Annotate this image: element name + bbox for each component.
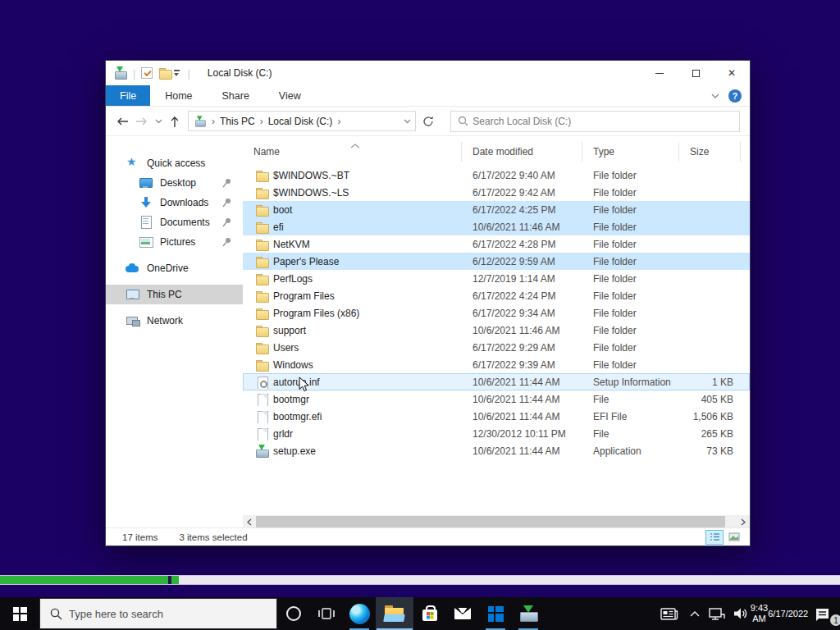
file-name: Windows [273, 359, 313, 371]
file-row[interactable]: PerfLogs 12/7/2019 1:14 AM File folder [243, 270, 750, 287]
forward-button[interactable] [132, 112, 152, 131]
edge-taskbar-button[interactable] [343, 597, 376, 630]
minimize-button[interactable] [641, 61, 678, 85]
show-hidden-icons-button[interactable] [684, 597, 705, 630]
clock[interactable]: 9:43 AM 6/17/2022 [753, 597, 806, 630]
file-row[interactable]: Program Files 6/17/2022 4:24 PM File fol… [243, 287, 750, 304]
breadcrumb-current[interactable]: Local Disk (C:) [268, 116, 333, 127]
refresh-button[interactable] [418, 111, 439, 131]
file-type: File [582, 394, 679, 405]
windows-app-taskbar-button[interactable] [479, 597, 512, 630]
action-center-button[interactable]: 1 [806, 597, 840, 630]
close-button[interactable]: ✕ [714, 61, 750, 85]
file-row[interactable]: grldr 12/30/2012 10:11 PM File 265 KB [243, 425, 750, 442]
nav-item[interactable]: Network [106, 311, 243, 331]
breadcrumb-separator-icon: › [336, 116, 341, 127]
recent-locations-icon[interactable] [152, 112, 165, 131]
news-and-interests-button[interactable] [655, 597, 684, 630]
file-date-modified: 12/7/2019 1:14 AM [462, 273, 582, 285]
customize-quick-access-toolbar-icon[interactable] [173, 69, 181, 77]
file-date-modified: 10/6/2021 11:44 AM [462, 377, 582, 388]
file-row[interactable]: $WINDOWS.~LS 6/17/2022 9:42 AM File fold… [243, 184, 750, 201]
file-row[interactable]: support 10/6/2021 11:46 AM File folder [243, 322, 750, 339]
address-dropdown-icon[interactable] [399, 119, 415, 124]
column-header-date-modified[interactable]: Date modified [462, 142, 582, 162]
file-name: $WINDOWS.~BT [273, 170, 349, 181]
back-button[interactable] [112, 112, 132, 131]
tab-view[interactable]: View [264, 85, 316, 106]
microsoft-store-taskbar-button[interactable] [413, 597, 446, 630]
expand-ribbon-icon[interactable] [710, 93, 720, 99]
properties-icon[interactable] [141, 67, 153, 79]
volume-icon [733, 607, 749, 620]
file-row[interactable]: bootmgr.efi 10/6/2021 11:44 AM EFI File … [243, 408, 750, 425]
up-button[interactable] [165, 112, 185, 131]
nav-item[interactable]: Desktop [106, 173, 243, 193]
nav-item[interactable]: OneDrive [106, 258, 243, 278]
help-icon[interactable]: ? [728, 89, 742, 103]
column-header-type[interactable]: Type [582, 142, 679, 162]
taskbar-search-input[interactable] [69, 608, 258, 620]
file-row[interactable]: setup.exe 10/6/2021 11:44 AM Application… [243, 442, 750, 459]
horizontal-scrollbar[interactable] [243, 515, 750, 528]
column-headers: Name Date modified Type Size [243, 142, 750, 162]
file-row[interactable]: $WINDOWS.~BT 6/17/2022 9:40 AM File fold… [243, 167, 750, 184]
close-icon: ✕ [728, 67, 736, 79]
windows-logo-icon [13, 607, 27, 621]
file-type: File folder [582, 308, 679, 319]
scrollbar-track[interactable] [256, 515, 737, 528]
nav-item-label: Documents [160, 217, 210, 228]
scroll-right-icon[interactable] [737, 515, 750, 528]
file-explorer-taskbar-button[interactable] [376, 597, 413, 630]
file-row[interactable]: Windows 6/17/2022 9:39 AM File folder [243, 356, 750, 373]
file-row[interactable]: bootmgr 10/6/2021 11:44 AM File 405 KB [243, 390, 750, 408]
volume-tray-button[interactable] [728, 597, 753, 630]
breadcrumb-this-pc[interactable]: This PC [220, 116, 255, 127]
search-box[interactable] [450, 111, 740, 132]
large-icons-view-button[interactable] [725, 530, 743, 545]
setup-taskbar-button[interactable] [512, 597, 545, 630]
scroll-left-icon[interactable] [243, 515, 256, 528]
file-row[interactable]: boot 6/17/2022 4:25 PM File folder [243, 201, 750, 218]
details-view-button[interactable] [705, 530, 724, 545]
new-folder-icon[interactable] [159, 68, 171, 79]
network-tray-button[interactable] [705, 597, 728, 630]
address-box[interactable]: › This PC › Local Disk (C:) › [188, 111, 416, 131]
column-header-size[interactable]: Size [679, 142, 741, 162]
taskbar-search-box[interactable] [39, 598, 277, 629]
file-row[interactable]: Paper's Please 6/12/2022 9:59 AM File fo… [243, 253, 750, 270]
windows-blue-logo-icon [488, 606, 504, 622]
file-row[interactable]: efi 10/6/2021 11:46 AM File folder [243, 218, 750, 235]
tab-file[interactable]: File [106, 85, 150, 106]
file-row[interactable]: autorun.inf 10/6/2021 11:44 AM Setup Inf… [243, 373, 750, 390]
search-input[interactable] [472, 116, 739, 127]
file-row[interactable]: Program Files (x86) 6/17/2022 9:34 AM Fi… [243, 304, 750, 322]
nav-item[interactable]: Pictures [106, 232, 243, 252]
tab-home[interactable]: Home [150, 85, 207, 106]
pin-icon [221, 198, 231, 210]
nav-item[interactable]: Documents [106, 212, 243, 232]
file-name: grldr [273, 428, 293, 440]
file-type-icon [256, 427, 268, 441]
start-button[interactable] [0, 597, 39, 630]
taskbar: 9:43 AM 6/17/2022 1 [0, 597, 840, 630]
file-date-modified: 6/12/2022 9:59 AM [462, 256, 582, 267]
nav-item[interactable]: This PC [106, 285, 243, 304]
nav-item-icon [126, 262, 140, 275]
maximize-button[interactable] [678, 61, 714, 85]
nav-item[interactable]: Downloads [106, 193, 243, 212]
tab-share[interactable]: Share [208, 85, 264, 106]
progress-fill [0, 576, 168, 584]
cortana-button[interactable] [277, 597, 310, 630]
scrollbar-thumb[interactable] [256, 516, 725, 527]
file-row[interactable]: Users 6/17/2022 9:29 AM File folder [243, 339, 750, 356]
mail-taskbar-button[interactable] [446, 597, 479, 630]
pin-icon [221, 237, 231, 249]
file-type: File folder [582, 187, 679, 199]
microsoft-store-icon [422, 609, 437, 621]
installation-progress-bar [0, 575, 840, 585]
file-row[interactable]: NetKVM 6/17/2022 4:28 PM File folder [243, 235, 750, 253]
task-view-button[interactable] [310, 597, 343, 630]
nav-item[interactable]: Quick access [106, 153, 243, 173]
file-type-icon [256, 307, 268, 320]
